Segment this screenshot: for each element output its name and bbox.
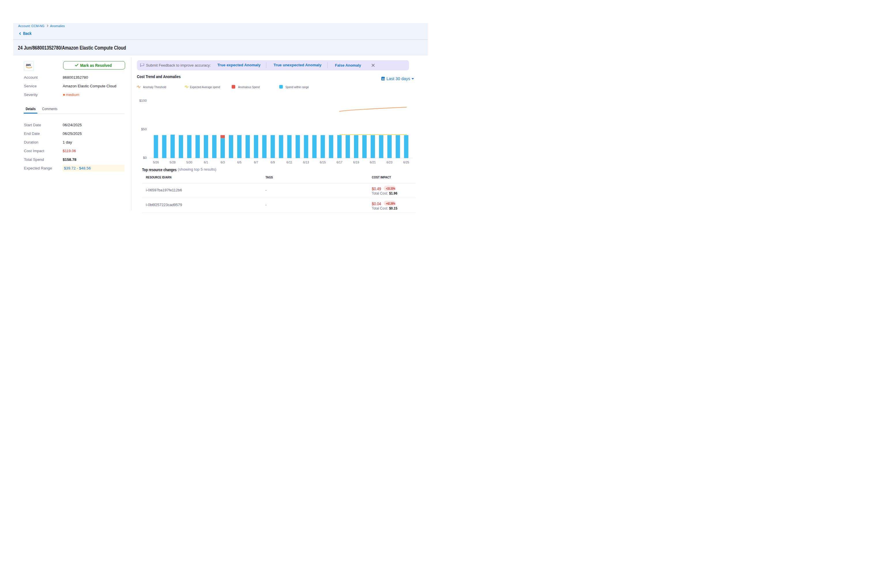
svg-text:$100: $100: [139, 99, 147, 102]
svg-text:6/21: 6/21: [370, 160, 376, 164]
svg-text:6/19: 6/19: [353, 160, 359, 164]
svg-text:6/5: 6/5: [237, 160, 242, 164]
svg-text:6/17: 6/17: [336, 160, 342, 164]
svg-text:6/7: 6/7: [254, 160, 258, 164]
svg-text:6/1: 6/1: [204, 160, 208, 164]
svg-text:6/9: 6/9: [271, 160, 275, 164]
svg-text:6/3: 6/3: [220, 160, 225, 164]
svg-text:$50: $50: [141, 128, 147, 131]
svg-text:5/26: 5/26: [153, 160, 159, 164]
svg-text:6/13: 6/13: [303, 160, 309, 164]
svg-text:5/30: 5/30: [186, 160, 192, 164]
svg-text:6/15: 6/15: [320, 160, 326, 164]
svg-text:6/23: 6/23: [387, 160, 393, 164]
svg-text:6/25: 6/25: [403, 160, 409, 164]
svg-text:5/28: 5/28: [170, 160, 176, 164]
svg-text:$0: $0: [143, 156, 147, 159]
svg-text:6/11: 6/11: [286, 160, 292, 164]
